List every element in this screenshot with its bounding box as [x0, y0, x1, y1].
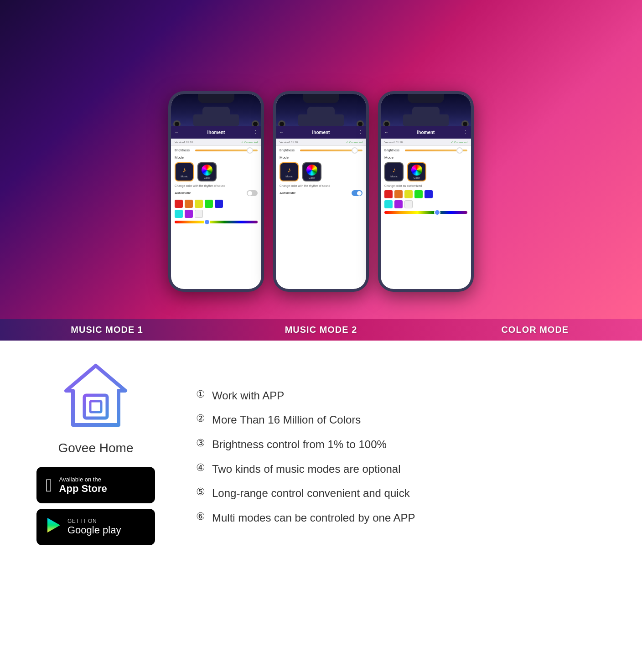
car-body-1 [193, 114, 239, 126]
car-body-2 [298, 114, 344, 126]
swatch-cyan-3[interactable] [384, 200, 393, 208]
feature-item-5: ⑤ Long-range control convenient and quic… [196, 486, 619, 501]
phone-screen-2: ← ihoment ⋮ Version1.01.10 ✓ Connected B… [276, 94, 366, 289]
app-store-badge[interactable]:  Available on the App Store [36, 467, 155, 503]
feature-text-4: Two kinds of music modes are optional [212, 461, 401, 477]
music-label-1: Music [181, 175, 188, 178]
swatch-yellow-3[interactable] [404, 190, 413, 198]
back-arrow-1[interactable]: ← [175, 130, 179, 134]
swatch-white-3[interactable] [404, 200, 413, 208]
color-mode-icon-2[interactable]: Color [302, 162, 321, 181]
color-swatches-1 [175, 200, 258, 208]
rainbow-track-1[interactable] [175, 221, 258, 223]
feature-text-2: More Than 16 Million of Colors [212, 412, 361, 428]
swatch-orange-3[interactable] [394, 190, 403, 198]
google-play-badge[interactable]: GET IT ON Google play [36, 509, 155, 545]
brightness-track-1[interactable] [195, 150, 258, 151]
bottom-section: Govee Home  Available on the App Store [0, 341, 642, 563]
phone-screen-3: ← ihoment ⋮ Version1.01.10 ✓ Connected B… [381, 94, 471, 289]
feature-number-2: ② [196, 412, 205, 425]
left-panel: Govee Home  Available on the App Store [23, 359, 169, 545]
menu-dots-3[interactable]: ⋮ [463, 130, 467, 134]
connected-3: ✓ Connected [451, 140, 467, 144]
swatch-green-1[interactable] [205, 200, 213, 208]
color-swatches-3 [384, 190, 467, 198]
back-arrow-3[interactable]: ← [384, 130, 388, 134]
rainbow-track-3[interactable] [384, 211, 467, 214]
swatch-white-1[interactable] [195, 210, 203, 218]
phone-color-mode: ← ihoment ⋮ Version1.01.10 ✓ Connected B… [378, 91, 474, 292]
menu-dots-1[interactable]: ⋮ [254, 130, 258, 134]
automatic-label-2: Automatic [280, 191, 296, 195]
swatch-red-1[interactable] [175, 200, 183, 208]
phone-frame-2: ← ihoment ⋮ Version1.01.10 ✓ Connected B… [273, 91, 369, 292]
color-swatches-2-1 [175, 210, 258, 218]
brightness-thumb-1 [247, 147, 253, 154]
color-mode-icon-3[interactable]: Color [407, 162, 426, 181]
brightness-row-3: Brightness [384, 149, 467, 152]
phone-music-mode-1: ← ihoment ⋮ Version1.01.10 ✓ Connected B… [168, 91, 264, 292]
google-play-text: GET IT ON Google play [67, 518, 121, 536]
swatch-green-3[interactable] [414, 190, 423, 198]
music-label-3: Music [390, 175, 398, 178]
color-mode-icon-1[interactable]: Color [197, 162, 217, 181]
app-icon-container [59, 359, 132, 432]
swatch-red-3[interactable] [384, 190, 393, 198]
swatch-orange-1[interactable] [185, 200, 193, 208]
brightness-thumb-3 [456, 147, 463, 154]
brightness-track-2[interactable] [300, 150, 362, 151]
car-wheel-left-2 [278, 120, 285, 126]
back-arrow-2[interactable]: ← [280, 130, 284, 134]
connected-1: ✓ Connected [241, 140, 258, 144]
phone-screen-1: ← ihoment ⋮ Version1.01.10 ✓ Connected B… [171, 94, 261, 289]
car-wheel-left-3 [383, 120, 390, 126]
swatch-purple-1[interactable] [185, 210, 193, 218]
music-label-2: Music [285, 175, 293, 178]
feature-text-3: Brightness control from 1% to 100% [212, 437, 387, 452]
swatch-cyan-1[interactable] [175, 210, 183, 218]
version-2: Version1.01.10 [280, 141, 298, 144]
svg-marker-3 [47, 518, 60, 532]
rhythm-text-1: Change color with the rhythm of sound [175, 184, 258, 187]
app-title-2: ihoment [312, 130, 330, 135]
mode-title-1: MUSIC MODE 1 [71, 325, 143, 335]
car-wheel-right-1 [252, 120, 259, 126]
music-mode-icon-2[interactable]: ♪ Music [280, 162, 299, 181]
play-triangle-svg [46, 517, 62, 533]
mode-label-2: Mode [280, 155, 362, 160]
feature-number-6: ⑥ [196, 510, 205, 523]
mode-title-2: MUSIC MODE 2 [285, 325, 357, 335]
music-mode-icon-3[interactable]: ♪ Music [384, 162, 404, 181]
version-3: Version1.01.10 [384, 141, 403, 144]
feature-item-4: ④ Two kinds of music modes are optional [196, 461, 619, 477]
toggle-2[interactable] [352, 190, 362, 196]
app-name: Govee Home [58, 441, 134, 455]
mode-label-3: Mode [384, 155, 467, 160]
toggle-thumb-1 [248, 191, 252, 196]
swatch-yellow-1[interactable] [195, 200, 203, 208]
brightness-track-3[interactable] [405, 150, 467, 151]
car-wheel-left-1 [173, 120, 181, 126]
music-mode-icon-1[interactable]: ♪ Music [175, 162, 194, 181]
menu-dots-2[interactable]: ⋮ [358, 130, 362, 134]
automatic-label-1: Automatic [175, 191, 191, 195]
swatch-blue-1[interactable] [215, 200, 223, 208]
phone-frame-3: ← ihoment ⋮ Version1.01.10 ✓ Connected B… [378, 91, 474, 292]
toggle-1[interactable] [247, 190, 258, 196]
google-play-line2: Google play [67, 524, 121, 536]
phone-music-mode-2: ← ihoment ⋮ Version1.01.10 ✓ Connected B… [273, 91, 369, 292]
modes-bar: MUSIC MODE 1 MUSIC MODE 2 COLOR MODE [0, 319, 642, 341]
swatch-blue-3[interactable] [425, 190, 433, 198]
car-wheel-right-3 [461, 120, 469, 126]
swatch-purple-3[interactable] [394, 200, 403, 208]
app-title-1: ihoment [207, 130, 225, 135]
brightness-label-3: Brightness [384, 149, 405, 152]
brightness-row-1: Brightness [175, 149, 258, 152]
app-title-bar-1: ← ihoment ⋮ [171, 126, 261, 139]
feature-text-1: Work with APP [212, 388, 284, 403]
feature-number-3: ③ [196, 437, 205, 450]
feature-item-1: ① Work with APP [196, 388, 619, 403]
toggle-thumb-2 [357, 191, 362, 196]
color-wheel-3 [411, 165, 422, 176]
mode-icons-row-3: ♪ Music Color [384, 162, 467, 181]
